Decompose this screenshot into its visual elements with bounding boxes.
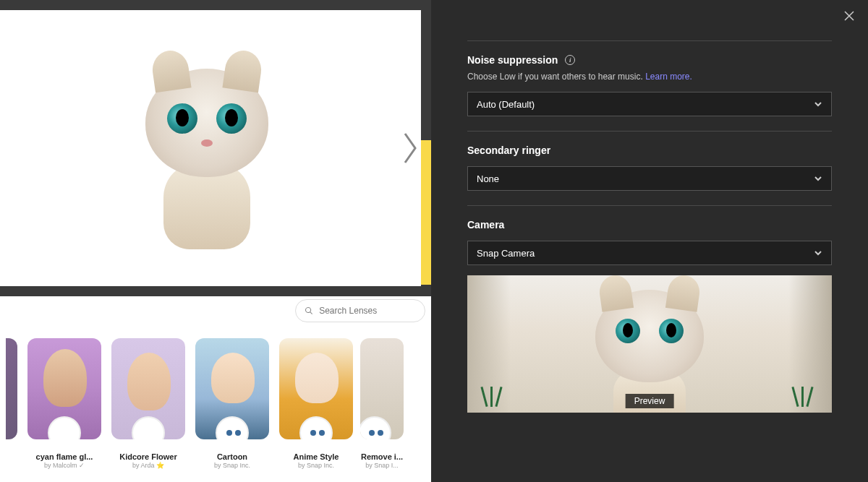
lens-card[interactable]: Cartoon by Snap Inc. — [192, 338, 272, 469]
preview-label: Preview — [626, 394, 674, 408]
dropdown-value: Snap Camera — [477, 248, 535, 259]
lens-author: by Arda ⭐ — [132, 462, 164, 469]
chevron-down-icon — [814, 100, 822, 108]
lens-author: by Snap Inc. — [298, 462, 334, 469]
chevron-down-icon — [814, 249, 822, 257]
lens-author: by Snap Inc. — [214, 462, 250, 469]
secondary-ringer-section: Secondary ringer None — [467, 145, 832, 191]
chevron-down-icon — [814, 174, 822, 183]
lens-card[interactable]: Remove i... by Snap I... — [360, 338, 404, 469]
lens-gallery: cyan flame gl... by Malcolm ✓ Kidcore Fl… — [0, 296, 431, 482]
lens-card[interactable] — [6, 338, 20, 469]
camera-dropdown[interactable]: Snap Camera — [467, 241, 832, 265]
secondary-ringer-dropdown[interactable]: None — [467, 166, 832, 191]
search-input[interactable] — [295, 299, 425, 322]
lens-name: Kidcore Flower — [109, 452, 188, 461]
lens-author: by Snap I... — [365, 462, 399, 469]
lens-name: Cartoon — [192, 452, 272, 461]
cat-filter-preview — [135, 69, 279, 257]
dropdown-value: Auto (Default) — [477, 99, 535, 110]
lens-icon — [216, 416, 249, 439]
learn-more-link[interactable]: Learn more. — [645, 72, 692, 82]
camera-title: Camera — [467, 219, 832, 231]
search-lenses-field[interactable] — [319, 306, 416, 316]
noise-suppression-desc: Choose Low if you want others to hear mu… — [467, 72, 832, 82]
lens-card[interactable]: cyan flame gl... by Malcolm ✓ — [25, 338, 104, 469]
snap-camera-panel: cyan flame gl... by Malcolm ✓ Kidcore Fl… — [0, 0, 431, 482]
plant-decoration — [787, 384, 823, 413]
lens-icon — [360, 416, 391, 439]
lens-card[interactable]: Kidcore Flower by Arda ⭐ — [109, 338, 188, 469]
camera-preview: Preview — [467, 275, 832, 413]
close-button[interactable] — [841, 7, 858, 25]
dropdown-value: None — [477, 173, 499, 184]
lens-author: by Malcolm ✓ — [44, 462, 85, 469]
lens-icon — [48, 416, 81, 439]
noise-suppression-section: Noise suppression i Choose Low if you wa… — [467, 0, 832, 116]
cat-filter-preview — [588, 281, 711, 411]
snap-camera-preview — [0, 0, 431, 296]
lens-card[interactable]: Anime Style by Snap Inc. — [276, 338, 356, 469]
lens-name: Remove i... — [360, 452, 404, 461]
secondary-ringer-title: Secondary ringer — [467, 145, 832, 156]
noise-suppression-title: Noise suppression i — [467, 54, 832, 66]
lens-name: Anime Style — [276, 452, 356, 461]
preview-canvas — [0, 10, 421, 286]
lens-icon — [132, 416, 165, 439]
noise-suppression-dropdown[interactable]: Auto (Default) — [467, 92, 832, 116]
next-arrow-button[interactable] — [398, 123, 424, 173]
teams-settings-panel: Noise suppression i Choose Low if you wa… — [431, 0, 868, 482]
camera-section: Camera Snap Camera P — [467, 219, 832, 413]
plant-decoration — [476, 384, 512, 413]
lens-name: cyan flame gl... — [25, 452, 104, 461]
lens-icon — [299, 416, 333, 439]
info-icon[interactable]: i — [565, 55, 575, 65]
